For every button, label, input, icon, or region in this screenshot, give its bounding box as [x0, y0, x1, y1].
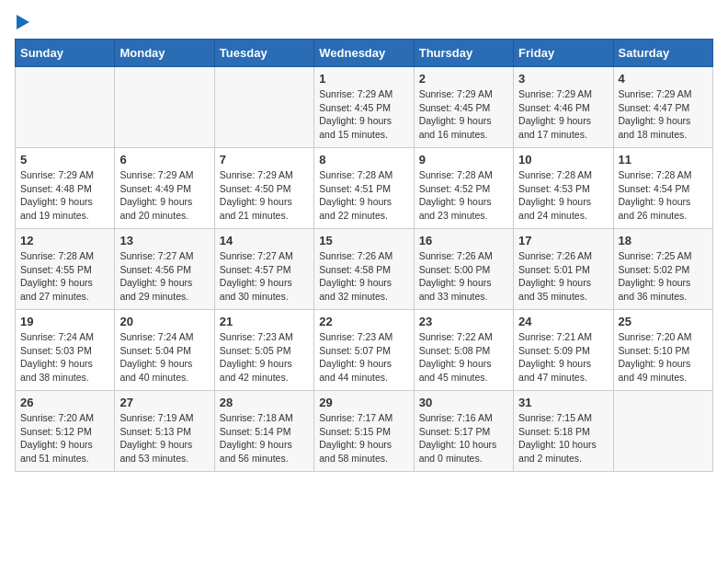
day-number: 14: [220, 234, 309, 247]
day-info: Sunrise: 7:28 AM Sunset: 4:52 PM Dayligh…: [419, 168, 508, 223]
calendar-cell: [115, 67, 214, 148]
weekday-header-sunday: Sunday: [16, 40, 115, 67]
weekday-header-monday: Monday: [115, 40, 214, 67]
calendar-cell: 19Sunrise: 7:24 AM Sunset: 5:03 PM Dayli…: [16, 310, 115, 391]
calendar-cell: 13Sunrise: 7:27 AM Sunset: 4:56 PM Dayli…: [115, 229, 214, 310]
calendar-week-row: 5Sunrise: 7:29 AM Sunset: 4:48 PM Daylig…: [16, 148, 713, 229]
calendar-week-row: 1Sunrise: 7:29 AM Sunset: 4:45 PM Daylig…: [16, 67, 713, 148]
day-number: 29: [319, 396, 408, 409]
day-info: Sunrise: 7:28 AM Sunset: 4:53 PM Dayligh…: [518, 168, 608, 223]
calendar-cell: 31Sunrise: 7:15 AM Sunset: 5:18 PM Dayli…: [514, 391, 613, 472]
day-info: Sunrise: 7:26 AM Sunset: 5:00 PM Dayligh…: [419, 249, 508, 304]
day-number: 4: [619, 72, 708, 86]
day-info: Sunrise: 7:20 AM Sunset: 5:12 PM Dayligh…: [20, 411, 109, 465]
calendar-cell: 27Sunrise: 7:19 AM Sunset: 5:13 PM Dayli…: [115, 391, 214, 472]
day-number: 7: [220, 153, 309, 167]
day-info: Sunrise: 7:20 AM Sunset: 5:10 PM Dayligh…: [619, 330, 708, 385]
calendar-cell: 6Sunrise: 7:29 AM Sunset: 4:49 PM Daylig…: [115, 148, 214, 229]
day-info: Sunrise: 7:23 AM Sunset: 5:05 PM Dayligh…: [220, 330, 309, 385]
calendar-cell: 26Sunrise: 7:20 AM Sunset: 5:12 PM Dayli…: [16, 391, 115, 472]
calendar-cell: 29Sunrise: 7:17 AM Sunset: 5:15 PM Dayli…: [314, 391, 414, 472]
calendar-cell: 15Sunrise: 7:26 AM Sunset: 4:58 PM Dayli…: [314, 229, 414, 310]
calendar-cell: 12Sunrise: 7:28 AM Sunset: 4:55 PM Dayli…: [16, 229, 115, 310]
calendar-cell: 2Sunrise: 7:29 AM Sunset: 4:45 PM Daylig…: [414, 67, 513, 148]
page-header: [15, 15, 713, 29]
day-number: 18: [619, 234, 708, 247]
day-info: Sunrise: 7:26 AM Sunset: 5:01 PM Dayligh…: [518, 249, 608, 304]
day-number: 15: [319, 234, 408, 247]
day-number: 30: [419, 396, 508, 409]
day-info: Sunrise: 7:24 AM Sunset: 5:03 PM Dayligh…: [20, 330, 109, 385]
day-number: 27: [119, 396, 209, 409]
day-number: 12: [20, 234, 109, 247]
day-number: 21: [220, 315, 309, 328]
day-info: Sunrise: 7:16 AM Sunset: 5:17 PM Dayligh…: [419, 411, 508, 465]
day-info: Sunrise: 7:29 AM Sunset: 4:49 PM Dayligh…: [119, 168, 209, 223]
weekday-header-friday: Friday: [514, 40, 613, 67]
calendar-week-row: 12Sunrise: 7:28 AM Sunset: 4:55 PM Dayli…: [16, 229, 713, 310]
day-info: Sunrise: 7:29 AM Sunset: 4:45 PM Dayligh…: [419, 87, 508, 142]
calendar-cell: 7Sunrise: 7:29 AM Sunset: 4:50 PM Daylig…: [214, 148, 313, 229]
day-number: 31: [518, 396, 608, 409]
calendar-cell: 21Sunrise: 7:23 AM Sunset: 5:05 PM Dayli…: [214, 310, 313, 391]
calendar-cell: 25Sunrise: 7:20 AM Sunset: 5:10 PM Dayli…: [613, 310, 712, 391]
calendar-cell: 16Sunrise: 7:26 AM Sunset: 5:00 PM Dayli…: [414, 229, 513, 310]
day-info: Sunrise: 7:28 AM Sunset: 4:54 PM Dayligh…: [619, 168, 708, 223]
calendar-cell: 1Sunrise: 7:29 AM Sunset: 4:45 PM Daylig…: [314, 67, 414, 148]
day-info: Sunrise: 7:19 AM Sunset: 5:13 PM Dayligh…: [119, 411, 209, 465]
day-info: Sunrise: 7:29 AM Sunset: 4:50 PM Dayligh…: [220, 168, 309, 223]
day-number: 9: [419, 153, 508, 167]
calendar-cell: [214, 67, 313, 148]
weekday-header-wednesday: Wednesday: [314, 40, 414, 67]
calendar-cell: 17Sunrise: 7:26 AM Sunset: 5:01 PM Dayli…: [514, 229, 613, 310]
day-number: 23: [419, 315, 508, 328]
calendar-cell: 8Sunrise: 7:28 AM Sunset: 4:51 PM Daylig…: [314, 148, 414, 229]
day-number: 13: [119, 234, 209, 247]
day-info: Sunrise: 7:23 AM Sunset: 5:07 PM Dayligh…: [319, 330, 408, 385]
calendar-cell: 4Sunrise: 7:29 AM Sunset: 4:47 PM Daylig…: [613, 67, 712, 148]
calendar-cell: [613, 391, 712, 472]
weekday-header-row: SundayMondayTuesdayWednesdayThursdayFrid…: [16, 40, 713, 67]
logo-arrow-icon: [17, 15, 29, 29]
calendar-cell: 24Sunrise: 7:21 AM Sunset: 5:09 PM Dayli…: [514, 310, 613, 391]
logo: [15, 15, 29, 29]
calendar-cell: 20Sunrise: 7:24 AM Sunset: 5:04 PM Dayli…: [115, 310, 214, 391]
day-number: 5: [20, 153, 109, 167]
calendar-week-row: 26Sunrise: 7:20 AM Sunset: 5:12 PM Dayli…: [16, 391, 713, 472]
day-info: Sunrise: 7:29 AM Sunset: 4:45 PM Dayligh…: [319, 87, 408, 142]
day-number: 2: [419, 72, 508, 86]
day-info: Sunrise: 7:29 AM Sunset: 4:46 PM Dayligh…: [518, 87, 608, 142]
calendar-cell: 22Sunrise: 7:23 AM Sunset: 5:07 PM Dayli…: [314, 310, 414, 391]
day-info: Sunrise: 7:26 AM Sunset: 4:58 PM Dayligh…: [319, 249, 408, 304]
day-info: Sunrise: 7:27 AM Sunset: 4:56 PM Dayligh…: [119, 249, 209, 304]
day-number: 11: [619, 153, 708, 167]
day-info: Sunrise: 7:17 AM Sunset: 5:15 PM Dayligh…: [319, 411, 408, 465]
calendar-cell: 9Sunrise: 7:28 AM Sunset: 4:52 PM Daylig…: [414, 148, 513, 229]
calendar-cell: 18Sunrise: 7:25 AM Sunset: 5:02 PM Dayli…: [613, 229, 712, 310]
day-number: 17: [518, 234, 608, 247]
day-number: 16: [419, 234, 508, 247]
day-info: Sunrise: 7:24 AM Sunset: 5:04 PM Dayligh…: [119, 330, 209, 385]
weekday-header-thursday: Thursday: [414, 40, 513, 67]
weekday-header-saturday: Saturday: [613, 40, 712, 67]
day-number: 26: [20, 396, 109, 409]
day-number: 6: [119, 153, 209, 167]
day-info: Sunrise: 7:22 AM Sunset: 5:08 PM Dayligh…: [419, 330, 508, 385]
weekday-header-tuesday: Tuesday: [214, 40, 313, 67]
calendar-table: SundayMondayTuesdayWednesdayThursdayFrid…: [15, 39, 713, 472]
day-number: 25: [619, 315, 708, 328]
day-number: 10: [518, 153, 608, 167]
calendar-cell: 11Sunrise: 7:28 AM Sunset: 4:54 PM Dayli…: [613, 148, 712, 229]
day-info: Sunrise: 7:25 AM Sunset: 5:02 PM Dayligh…: [619, 249, 708, 304]
calendar-week-row: 19Sunrise: 7:24 AM Sunset: 5:03 PM Dayli…: [16, 310, 713, 391]
calendar-cell: 30Sunrise: 7:16 AM Sunset: 5:17 PM Dayli…: [414, 391, 513, 472]
day-info: Sunrise: 7:29 AM Sunset: 4:48 PM Dayligh…: [20, 168, 109, 223]
day-number: 1: [319, 72, 408, 86]
calendar-cell: 14Sunrise: 7:27 AM Sunset: 4:57 PM Dayli…: [214, 229, 313, 310]
calendar-cell: [16, 67, 115, 148]
day-number: 8: [319, 153, 408, 167]
day-info: Sunrise: 7:28 AM Sunset: 4:55 PM Dayligh…: [20, 249, 109, 304]
day-number: 20: [119, 315, 209, 328]
day-number: 3: [518, 72, 608, 86]
day-info: Sunrise: 7:18 AM Sunset: 5:14 PM Dayligh…: [220, 411, 309, 465]
